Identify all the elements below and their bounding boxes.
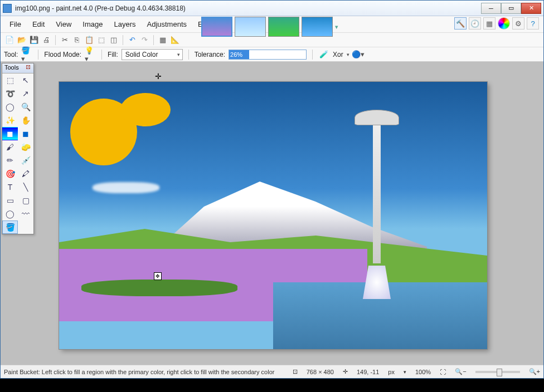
cursor-pos: 149, -11 xyxy=(357,369,379,375)
fill-combo[interactable]: Solid Color xyxy=(122,49,183,60)
tools-panel[interactable]: Tools ⛝ ⬚ ↖ ➰ ↗ ◯ 🔍 ✨ ✋ ◼ ◼ 🖌 🧽 ✏ 💉 🎯 🖍 xyxy=(2,63,34,234)
thumb-3[interactable] xyxy=(268,17,299,37)
pencil-tool[interactable]: ✏ xyxy=(2,154,18,167)
tolerance-value: 26% xyxy=(229,50,249,59)
window-controls: ─ ▭ ✕ xyxy=(481,3,541,14)
tools-close-icon[interactable]: ⛝ xyxy=(26,64,31,72)
move-cursor-icon: ✥ xyxy=(154,272,162,280)
cursor-pos-icon: ✛ xyxy=(343,368,348,375)
ellipse-select-tool[interactable]: ◯ xyxy=(2,100,18,114)
sampling-icon[interactable]: 🔵▾ xyxy=(353,49,364,60)
tool-label: Tool: xyxy=(4,51,18,58)
titlebar[interactable]: img100.png - paint.net 4.0 (Pre-α Debug … xyxy=(1,1,543,16)
settings-icon[interactable]: ⚙ xyxy=(512,17,524,30)
paint-bucket-tool[interactable]: 🪣 xyxy=(2,220,18,234)
thumb-2[interactable] xyxy=(235,17,266,37)
unit-selector[interactable]: px xyxy=(388,369,395,375)
panel-toggles: 🔨 🕘 ▦ ⚙ ? xyxy=(454,17,539,30)
tool-options-bar: Tool: 🪣▾ Flood Mode: 💡▾ Fill: Solid Colo… xyxy=(1,47,543,62)
menu-file[interactable]: File xyxy=(4,18,27,31)
document-thumbnails: ▾ xyxy=(201,16,338,37)
zoom-out-icon[interactable]: 🔍− xyxy=(455,368,466,375)
line-tool[interactable]: ╲ xyxy=(18,180,33,194)
undo-icon[interactable]: ↶ xyxy=(127,35,138,46)
thumb-menu-icon[interactable]: ▾ xyxy=(335,23,338,31)
app-icon xyxy=(3,4,12,13)
history-toggle-icon[interactable]: 🕘 xyxy=(469,17,481,30)
rounded-rect-tool[interactable]: ▢ xyxy=(18,194,33,207)
copy-icon[interactable]: ⎘ xyxy=(71,35,82,46)
clone-stamp-tool[interactable]: 🎯 xyxy=(2,167,18,180)
print-icon[interactable]: 🖨 xyxy=(41,35,52,46)
open-icon[interactable]: 📂 xyxy=(16,35,27,46)
xor-label: Xor xyxy=(333,51,343,58)
crosshair-icon: ✛ xyxy=(155,72,162,81)
ruler-icon[interactable]: 📐 xyxy=(169,35,181,46)
lasso-tool[interactable]: ➰ xyxy=(2,87,18,100)
workspace[interactable]: ✥ ✛ Tools ⛝ ⬚ ↖ ➰ ↗ ◯ 🔍 ✨ ✋ ◼ ◼ 🖌 🧽 ✏ xyxy=(1,62,543,378)
thumb-4[interactable] xyxy=(302,17,333,37)
window-title: img100.png - paint.net 4.0 (Pre-α Debug … xyxy=(15,4,481,12)
move-tool[interactable]: ↗ xyxy=(18,87,33,100)
tool-selector-icon[interactable]: 🪣▾ xyxy=(21,49,32,60)
menubar: File Edit View Image Layers Adjustments … xyxy=(1,16,543,33)
ellipse-tool[interactable]: ◯ xyxy=(2,207,18,220)
app-window: img100.png - paint.net 4.0 (Pre-α Debug … xyxy=(0,0,544,379)
zoom-tool[interactable]: 🔍 xyxy=(18,100,33,114)
statusbar: Paint Bucket: Left click to fill a regio… xyxy=(1,365,543,378)
tolerance-slider[interactable]: 26% xyxy=(229,50,307,60)
gradient-tool[interactable]: ◼ xyxy=(2,127,18,140)
fill-label: Fill: xyxy=(108,51,118,58)
help-icon[interactable]: ? xyxy=(527,17,539,30)
colors-toggle-icon[interactable] xyxy=(498,17,510,30)
fit-window-icon[interactable]: ⛶ xyxy=(440,369,446,375)
zoom-in-icon[interactable]: 🔍+ xyxy=(529,368,540,375)
cut-icon[interactable]: ✂ xyxy=(59,35,70,46)
thumb-1[interactable] xyxy=(201,17,232,37)
flood-mode-icon[interactable]: 💡▾ xyxy=(85,49,96,60)
tolerance-label: Tolerance: xyxy=(195,51,225,58)
close-button[interactable]: ✕ xyxy=(521,3,541,14)
layers-toggle-icon[interactable]: ▦ xyxy=(483,17,496,30)
paste-icon[interactable]: 📋 xyxy=(84,35,95,46)
deselect-icon[interactable]: ◫ xyxy=(108,35,119,46)
new-icon[interactable]: 📄 xyxy=(4,35,15,46)
menu-adjustments[interactable]: Adjustments xyxy=(141,18,192,31)
move-sel-tool[interactable]: ↖ xyxy=(18,74,33,87)
image-size-icon: ⊡ xyxy=(293,368,298,375)
pan-tool[interactable]: ✋ xyxy=(18,114,33,127)
zoom-slider[interactable] xyxy=(475,371,520,373)
freeform-tool[interactable]: 〰 xyxy=(18,207,33,220)
menu-edit[interactable]: Edit xyxy=(27,18,50,31)
paint-bucket-alt[interactable]: ◼ xyxy=(18,127,33,140)
save-icon[interactable]: 💾 xyxy=(28,35,40,46)
recolor-tool[interactable]: 🖍 xyxy=(18,167,33,180)
text-tool[interactable]: T xyxy=(2,180,18,194)
blend-icon[interactable]: 🧪 xyxy=(318,49,329,60)
grid-icon[interactable]: ▦ xyxy=(157,35,168,46)
image-size: 768 × 480 xyxy=(307,369,334,375)
maximize-button[interactable]: ▭ xyxy=(501,3,521,14)
eraser-tool[interactable]: 🧽 xyxy=(18,140,33,154)
magic-wand-tool[interactable]: ✨ xyxy=(2,114,18,127)
color-picker-tool[interactable]: 💉 xyxy=(18,154,33,167)
menu-image[interactable]: Image xyxy=(77,18,108,31)
empty-tool-slot xyxy=(18,220,33,234)
xor-dropdown-icon[interactable]: ▾ xyxy=(347,52,349,57)
paintbrush-tool[interactable]: 🖌 xyxy=(2,140,18,154)
zoom-value: 100% xyxy=(415,369,431,375)
rectangle-tool[interactable]: ▭ xyxy=(2,194,18,207)
minimize-button[interactable]: ─ xyxy=(481,3,501,14)
redo-icon[interactable]: ↷ xyxy=(139,35,150,46)
crop-icon[interactable]: ⬚ xyxy=(96,35,107,46)
tools-toggle-icon[interactable]: 🔨 xyxy=(454,17,467,30)
tools-panel-title: Tools xyxy=(4,64,26,72)
rect-select-tool[interactable]: ⬚ xyxy=(2,74,18,87)
flood-mode-label: Flood Mode: xyxy=(44,51,81,58)
status-hint: Paint Bucket: Left click to fill a regio… xyxy=(4,369,274,375)
canvas[interactable]: ✥ xyxy=(59,82,487,349)
menu-view[interactable]: View xyxy=(50,18,77,31)
menu-layers[interactable]: Layers xyxy=(108,18,141,31)
